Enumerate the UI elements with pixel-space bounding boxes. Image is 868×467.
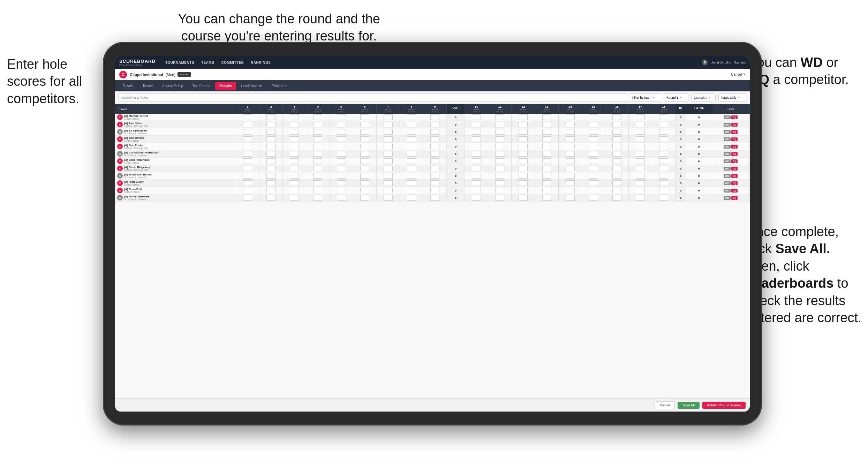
score-input-h4[interactable] <box>313 129 322 135</box>
score-input-h7[interactable] <box>384 188 393 193</box>
wd-button[interactable]: WD <box>724 145 731 149</box>
hole-15-input-row-1[interactable] <box>582 121 605 128</box>
score-input-h13[interactable] <box>542 188 551 193</box>
hole-10-input-row-7[interactable] <box>465 165 488 172</box>
hole-15-input-row-0[interactable] <box>582 114 605 121</box>
hole-8-input-row-2[interactable] <box>400 128 423 136</box>
hole-4-input-row-5[interactable] <box>306 150 330 158</box>
score-input-h2[interactable] <box>266 158 276 164</box>
score-input-h3[interactable] <box>290 129 299 135</box>
score-input-h16[interactable] <box>612 114 621 120</box>
hole-16-input-row-4[interactable] <box>605 143 628 150</box>
hole-5-input-row-5[interactable] <box>330 150 353 158</box>
hole-9-input-row-8[interactable] <box>423 172 447 180</box>
score-input-h13[interactable] <box>542 158 551 164</box>
score-input-h6[interactable] <box>360 144 369 149</box>
sign-out-link[interactable]: Sign out <box>734 61 746 64</box>
hole-3-input-row-6[interactable] <box>283 158 306 165</box>
hole-12-input-row-3[interactable] <box>512 136 535 143</box>
score-input-h14[interactable] <box>566 114 575 120</box>
score-input-h11[interactable] <box>495 166 504 171</box>
hole-18-input-row-10[interactable] <box>652 187 675 194</box>
score-input-h17[interactable] <box>636 129 645 135</box>
hole-11-input-row-6[interactable] <box>488 158 512 165</box>
score-input-h13[interactable] <box>542 173 551 179</box>
hole-13-input-row-2[interactable] <box>535 128 558 136</box>
nav-rankings[interactable]: RANKINGS <box>251 61 271 65</box>
score-input-h8[interactable] <box>407 136 416 142</box>
score-input-h18[interactable] <box>659 188 668 193</box>
hole-17-input-row-8[interactable] <box>628 172 652 180</box>
hole-3-input-row-3[interactable] <box>283 136 306 143</box>
score-input-h13[interactable] <box>542 166 551 171</box>
hole-14-input-row-6[interactable] <box>558 158 582 165</box>
score-input-h10[interactable] <box>472 188 481 193</box>
score-input-h10[interactable] <box>472 114 481 120</box>
score-input-h5[interactable] <box>337 188 346 193</box>
score-input-h3[interactable] <box>290 144 299 149</box>
score-input-h18[interactable] <box>659 129 668 135</box>
hole-9-input-row-3[interactable] <box>423 136 447 143</box>
hole-7-input-row-10[interactable] <box>376 187 400 194</box>
tab-course-setup[interactable]: Course Setup <box>158 82 187 90</box>
score-input-h9[interactable] <box>430 122 439 127</box>
hole-2-input-row-4[interactable] <box>259 143 283 150</box>
tab-results[interactable]: Results <box>215 82 236 90</box>
hole-1-input-row-3[interactable] <box>236 136 259 143</box>
hole-9-input-row-7[interactable] <box>423 165 447 172</box>
score-input-h16[interactable] <box>612 144 621 149</box>
score-input-h5[interactable] <box>337 195 346 201</box>
hole-6-input-row-0[interactable] <box>353 114 376 121</box>
score-input-h11[interactable] <box>495 158 504 164</box>
dq-button[interactable]: DQ <box>731 115 738 119</box>
hole-18-input-row-3[interactable] <box>652 136 675 143</box>
score-input-h17[interactable] <box>636 144 645 149</box>
hole-4-input-row-11[interactable] <box>306 194 330 202</box>
wd-button[interactable]: WD <box>724 152 731 156</box>
score-input-h16[interactable] <box>612 166 621 171</box>
hole-16-input-row-2[interactable] <box>605 128 628 136</box>
hole-1-input-row-8[interactable] <box>236 172 259 180</box>
score-input-h7[interactable] <box>384 195 393 201</box>
hole-14-input-row-0[interactable] <box>558 114 582 121</box>
hole-16-input-row-10[interactable] <box>605 187 628 194</box>
score-input-h14[interactable] <box>566 151 575 157</box>
course-dropdown[interactable]: Course A ▼ <box>691 93 716 102</box>
score-input-h1[interactable] <box>243 122 252 127</box>
hole-17-input-row-6[interactable] <box>628 158 652 165</box>
score-input-h16[interactable] <box>612 173 621 179</box>
hole-8-input-row-10[interactable] <box>400 187 423 194</box>
score-input-h10[interactable] <box>472 122 481 127</box>
score-input-h11[interactable] <box>495 195 504 201</box>
score-input-h2[interactable] <box>266 180 276 186</box>
hole-10-input-row-4[interactable] <box>465 143 488 150</box>
score-input-h14[interactable] <box>566 136 575 142</box>
wd-button[interactable]: WD <box>724 181 731 185</box>
score-input-h13[interactable] <box>542 136 551 142</box>
hole-4-input-row-7[interactable] <box>306 165 330 172</box>
score-input-h3[interactable] <box>290 180 299 186</box>
hole-3-input-row-2[interactable] <box>283 128 306 136</box>
hole-3-input-row-11[interactable] <box>283 194 306 202</box>
hole-13-input-row-4[interactable] <box>535 143 558 150</box>
score-input-h10[interactable] <box>472 144 481 149</box>
hole-2-input-row-3[interactable] <box>259 136 283 143</box>
hole-15-input-row-5[interactable] <box>582 150 605 158</box>
score-input-h5[interactable] <box>337 173 346 179</box>
score-input-h6[interactable] <box>360 151 369 157</box>
hole-7-input-row-2[interactable] <box>376 128 400 136</box>
hole-13-input-row-1[interactable] <box>535 121 558 128</box>
score-input-h5[interactable] <box>337 129 346 135</box>
hole-6-input-row-7[interactable] <box>353 165 376 172</box>
hole-8-input-row-3[interactable] <box>400 136 423 143</box>
hole-18-input-row-1[interactable] <box>652 121 675 128</box>
hole-9-input-row-1[interactable] <box>423 121 447 128</box>
score-input-h7[interactable] <box>384 151 393 157</box>
hole-18-input-row-4[interactable] <box>652 143 675 150</box>
hole-15-input-row-8[interactable] <box>582 172 605 180</box>
hole-6-input-row-2[interactable] <box>353 128 376 136</box>
score-input-h11[interactable] <box>495 144 504 149</box>
hole-8-input-row-1[interactable] <box>400 121 423 128</box>
score-input-h18[interactable] <box>659 114 668 120</box>
score-input-h12[interactable] <box>519 188 528 193</box>
